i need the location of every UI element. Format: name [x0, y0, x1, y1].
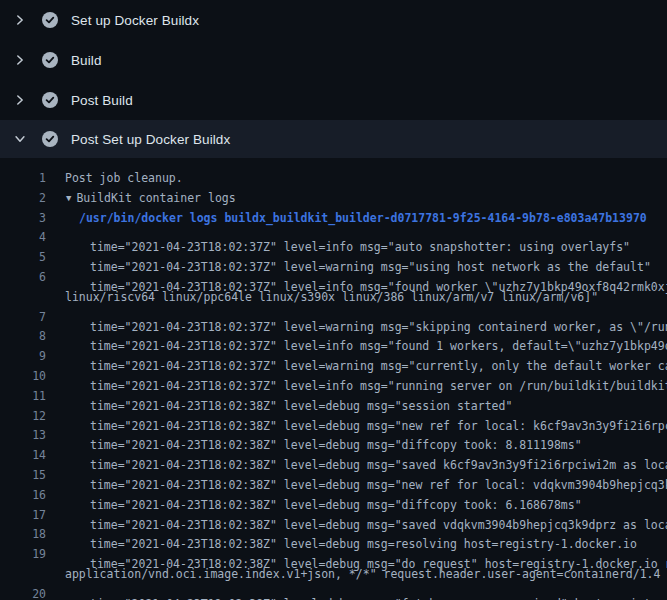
log-line-number[interactable]: 5	[0, 248, 46, 268]
log-line-number[interactable]: 9	[0, 347, 46, 367]
log-line-number[interactable]: 11	[0, 387, 46, 407]
log-row: 2▼BuildKit container logs	[0, 189, 667, 209]
log-line-number[interactable]: 20	[0, 585, 46, 600]
chevron-right-icon	[13, 52, 29, 68]
log-line-number[interactable]: 8	[0, 327, 46, 347]
log-row: 17time="2021-04-23T18:02:38Z" level=debu…	[0, 506, 667, 526]
log-row: 4time="2021-04-23T18:02:37Z" level=info …	[0, 228, 667, 248]
step-header-setup-docker-buildx[interactable]: Set up Docker Buildx	[0, 0, 667, 40]
step-title: Build	[71, 53, 102, 68]
log-line-number[interactable]: 2	[0, 189, 46, 209]
log-row: application/vnd.oci.image.index.v1+json,…	[0, 565, 667, 585]
log-line-number[interactable]: 6	[0, 268, 46, 288]
log-row: 16time="2021-04-23T18:02:38Z" level=debu…	[0, 486, 667, 506]
log-line-number[interactable]: 14	[0, 446, 46, 466]
log-row: 6time="2021-04-23T18:02:37Z" level=info …	[0, 268, 667, 288]
log-line-number[interactable]: 17	[0, 506, 46, 526]
step-log-output: 1Post job cleanup.2▼BuildKit container l…	[0, 158, 667, 600]
step-header-build[interactable]: Build	[0, 40, 667, 80]
step-title: Post Build	[71, 93, 133, 108]
log-row: 7time="2021-04-23T18:02:37Z" level=warni…	[0, 308, 667, 328]
step-header-post-build[interactable]: Post Build	[0, 80, 667, 120]
log-row: 13time="2021-04-23T18:02:38Z" level=debu…	[0, 426, 667, 446]
check-circle-icon	[42, 52, 58, 68]
log-line-number[interactable]: 12	[0, 407, 46, 427]
log-row: 12time="2021-04-23T18:02:38Z" level=debu…	[0, 407, 667, 427]
chevron-down-icon	[13, 131, 29, 147]
log-row: 20time="2021-04-23T18:02:38Z" level=debu…	[0, 585, 667, 600]
log-row: 5time="2021-04-23T18:02:37Z" level=warni…	[0, 248, 667, 268]
check-circle-icon	[42, 92, 58, 108]
log-row: 18time="2021-04-23T18:02:38Z" level=debu…	[0, 525, 667, 545]
log-line-number[interactable]: 7	[0, 308, 46, 328]
log-command-text: /usr/bin/docker logs buildx_buildkit_bui…	[79, 209, 647, 229]
log-line-text: Post job cleanup.	[65, 169, 183, 189]
log-row: 8time="2021-04-23T18:02:37Z" level=info …	[0, 327, 667, 347]
log-line-number[interactable]: 15	[0, 466, 46, 486]
triangle-down-icon[interactable]: ▼	[66, 189, 71, 209]
check-circle-icon	[42, 12, 58, 28]
log-line-number[interactable]: 1	[0, 169, 46, 189]
log-line-number[interactable]: 18	[0, 525, 46, 545]
log-row: 10time="2021-04-23T18:02:37Z" level=info…	[0, 367, 667, 387]
log-group-label[interactable]: BuildKit container logs	[76, 189, 235, 209]
step-title: Set up Docker Buildx	[71, 13, 199, 28]
log-row: 3/usr/bin/docker logs buildx_buildkit_bu…	[0, 209, 667, 229]
step-title: Post Set up Docker Buildx	[71, 132, 230, 147]
job-steps-list: Set up Docker Buildx Build Post Build Po…	[0, 0, 667, 600]
log-row: 1Post job cleanup.	[0, 169, 667, 189]
log-line-number	[0, 565, 46, 585]
log-row: linux/riscv64 linux/ppc64le linux/s390x …	[0, 288, 667, 308]
log-row: 19time="2021-04-23T18:02:38Z" level=debu…	[0, 545, 667, 565]
log-row: 14time="2021-04-23T18:02:38Z" level=debu…	[0, 446, 667, 466]
log-line-number[interactable]: 10	[0, 367, 46, 387]
log-line-number	[0, 288, 46, 308]
log-row: 9time="2021-04-23T18:02:37Z" level=warni…	[0, 347, 667, 367]
log-line-text: application/vnd.oci.image.index.v1+json,…	[65, 565, 660, 585]
log-line-number[interactable]: 4	[0, 228, 46, 248]
check-circle-icon	[42, 131, 58, 147]
log-line-text: linux/riscv64 linux/ppc64le linux/s390x …	[65, 288, 598, 308]
log-line-number[interactable]: 16	[0, 486, 46, 506]
log-line-number[interactable]: 19	[0, 545, 46, 565]
log-line-number[interactable]: 13	[0, 426, 46, 446]
chevron-right-icon	[13, 92, 29, 108]
log-row: 15time="2021-04-23T18:02:38Z" level=debu…	[0, 466, 667, 486]
step-header-post-setup-docker-buildx[interactable]: Post Set up Docker Buildx	[0, 120, 667, 158]
log-line-number[interactable]: 3	[0, 209, 46, 229]
chevron-right-icon	[13, 12, 29, 28]
log-line-text: time="2021-04-23T18:02:38Z" level=debug …	[77, 585, 667, 600]
